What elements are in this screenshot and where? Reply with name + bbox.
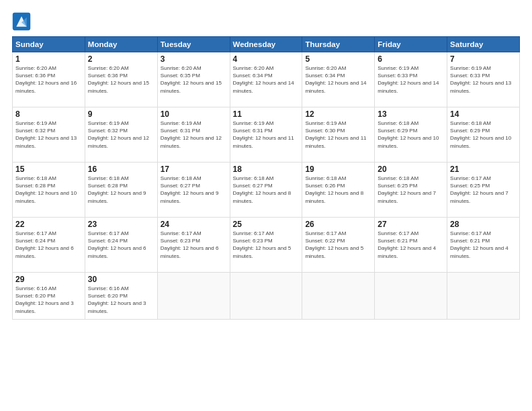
daylight-label: Daylight: 12 hours and 5 minutes.	[233, 245, 292, 259]
day-info: Sunrise: 6:19 AM Sunset: 6:30 PM Dayligh…	[305, 120, 371, 150]
sunset-label: Sunset: 6:35 PM	[161, 73, 200, 79]
calendar-header-row: Sunday Monday Tuesday Wednesday Thursday…	[13, 37, 520, 52]
day-number: 10	[161, 109, 227, 119]
day-info: Sunrise: 6:20 AM Sunset: 6:36 PM Dayligh…	[15, 64, 82, 95]
sunrise-label: Sunrise: 6:18 AM	[15, 175, 56, 181]
day-info: Sunrise: 6:18 AM Sunset: 6:27 PM Dayligh…	[161, 175, 227, 205]
day-info: Sunrise: 6:20 AM Sunset: 6:34 PM Dayligh…	[305, 64, 371, 95]
sunrise-label: Sunrise: 6:18 AM	[305, 175, 346, 181]
sunset-label: Sunset: 6:34 PM	[233, 73, 273, 79]
col-thursday: Thursday	[302, 37, 375, 52]
sunset-label: Sunset: 6:36 PM	[15, 73, 55, 79]
daylight-label: Daylight: 12 hours and 10 minutes.	[450, 135, 511, 148]
calendar-week-row: 29 Sunrise: 6:16 AM Sunset: 6:20 PM Dayl…	[13, 273, 520, 320]
day-info: Sunrise: 6:17 AM Sunset: 6:21 PM Dayligh…	[378, 230, 444, 260]
day-number: 26	[305, 220, 371, 229]
sunset-label: Sunset: 6:32 PM	[15, 128, 55, 134]
sunrise-label: Sunrise: 6:17 AM	[161, 230, 202, 236]
sunrise-label: Sunrise: 6:17 AM	[378, 230, 418, 236]
daylight-label: Daylight: 12 hours and 12 minutes.	[161, 135, 222, 148]
table-row: 16 Sunrise: 6:18 AM Sunset: 6:28 PM Dayl…	[85, 163, 157, 218]
sunrise-label: Sunrise: 6:16 AM	[88, 285, 129, 291]
sunrise-label: Sunrise: 6:17 AM	[15, 230, 56, 236]
sunrise-label: Sunrise: 6:20 AM	[161, 65, 202, 71]
col-wednesday: Wednesday	[230, 37, 302, 52]
daylight-label: Daylight: 12 hours and 8 minutes.	[233, 190, 292, 203]
table-row: 27 Sunrise: 6:17 AM Sunset: 6:21 PM Dayl…	[375, 218, 447, 273]
col-monday: Monday	[85, 37, 157, 52]
sunrise-label: Sunrise: 6:17 AM	[450, 230, 491, 236]
day-number: 21	[450, 165, 517, 174]
table-row	[375, 273, 447, 320]
sunset-label: Sunset: 6:32 PM	[88, 128, 128, 134]
table-row: 7 Sunrise: 6:19 AM Sunset: 6:33 PM Dayli…	[447, 52, 520, 107]
day-info: Sunrise: 6:17 AM Sunset: 6:22 PM Dayligh…	[305, 230, 371, 260]
sunset-label: Sunset: 6:20 PM	[15, 293, 55, 299]
day-info: Sunrise: 6:20 AM Sunset: 6:35 PM Dayligh…	[161, 64, 227, 95]
day-number: 19	[305, 165, 371, 174]
day-info: Sunrise: 6:20 AM Sunset: 6:36 PM Dayligh…	[88, 64, 154, 95]
daylight-label: Daylight: 12 hours and 14 minutes.	[233, 80, 294, 93]
table-row	[447, 273, 520, 320]
sunset-label: Sunset: 6:33 PM	[450, 73, 490, 79]
sunrise-label: Sunrise: 6:17 AM	[305, 230, 346, 236]
day-info: Sunrise: 6:17 AM Sunset: 6:25 PM Dayligh…	[450, 175, 517, 205]
day-number: 5	[305, 54, 371, 64]
table-row: 15 Sunrise: 6:18 AM Sunset: 6:28 PM Dayl…	[13, 163, 85, 218]
day-info: Sunrise: 6:17 AM Sunset: 6:23 PM Dayligh…	[233, 230, 300, 260]
sunset-label: Sunset: 6:33 PM	[378, 73, 417, 79]
day-info: Sunrise: 6:18 AM Sunset: 6:29 PM Dayligh…	[450, 120, 517, 150]
table-row: 12 Sunrise: 6:19 AM Sunset: 6:30 PM Dayl…	[302, 107, 375, 163]
table-row: 29 Sunrise: 6:16 AM Sunset: 6:20 PM Dayl…	[13, 273, 85, 320]
day-number: 12	[305, 109, 371, 119]
daylight-label: Daylight: 12 hours and 9 minutes.	[88, 190, 146, 203]
table-row: 28 Sunrise: 6:17 AM Sunset: 6:21 PM Dayl…	[447, 218, 520, 273]
day-number: 24	[161, 220, 227, 229]
daylight-label: Daylight: 12 hours and 15 minutes.	[161, 80, 222, 93]
day-number: 9	[88, 109, 154, 119]
sunrise-label: Sunrise: 6:17 AM	[233, 230, 274, 236]
day-info: Sunrise: 6:17 AM Sunset: 6:24 PM Dayligh…	[88, 230, 154, 260]
table-row: 17 Sunrise: 6:18 AM Sunset: 6:27 PM Dayl…	[157, 163, 230, 218]
sunrise-label: Sunrise: 6:18 AM	[378, 175, 418, 181]
table-row: 1 Sunrise: 6:20 AM Sunset: 6:36 PM Dayli…	[13, 52, 85, 107]
table-row	[157, 273, 230, 320]
day-number: 29	[15, 275, 82, 284]
table-row: 14 Sunrise: 6:18 AM Sunset: 6:29 PM Dayl…	[447, 107, 520, 163]
sunrise-label: Sunrise: 6:18 AM	[378, 120, 418, 126]
sunset-label: Sunset: 6:28 PM	[88, 183, 128, 189]
sunset-label: Sunset: 6:23 PM	[233, 238, 273, 244]
day-number: 25	[233, 220, 300, 229]
sunrise-label: Sunrise: 6:18 AM	[233, 175, 274, 181]
calendar-body: 1 Sunrise: 6:20 AM Sunset: 6:36 PM Dayli…	[13, 52, 520, 320]
calendar-page: Sunday Monday Tuesday Wednesday Thursday…	[0, 0, 532, 411]
table-row: 9 Sunrise: 6:19 AM Sunset: 6:32 PM Dayli…	[85, 107, 157, 163]
sunset-label: Sunset: 6:23 PM	[161, 238, 200, 244]
calendar-week-row: 8 Sunrise: 6:19 AM Sunset: 6:32 PM Dayli…	[13, 107, 520, 163]
day-number: 20	[378, 165, 444, 174]
sunset-label: Sunset: 6:24 PM	[88, 238, 128, 244]
day-number: 2	[88, 54, 154, 64]
sunrise-label: Sunrise: 6:19 AM	[88, 120, 129, 126]
day-number: 17	[161, 165, 227, 174]
daylight-label: Daylight: 12 hours and 6 minutes.	[161, 245, 219, 259]
daylight-label: Daylight: 12 hours and 4 minutes.	[450, 245, 508, 259]
sunset-label: Sunset: 6:26 PM	[305, 183, 345, 189]
table-row: 5 Sunrise: 6:20 AM Sunset: 6:34 PM Dayli…	[302, 52, 375, 107]
daylight-label: Daylight: 12 hours and 3 minutes.	[15, 300, 74, 314]
sunrise-label: Sunrise: 6:20 AM	[305, 65, 346, 71]
daylight-label: Daylight: 12 hours and 8 minutes.	[305, 190, 363, 203]
sunset-label: Sunset: 6:31 PM	[233, 128, 273, 134]
sunset-label: Sunset: 6:21 PM	[450, 238, 490, 244]
day-number: 15	[15, 165, 82, 174]
sunset-label: Sunset: 6:30 PM	[305, 128, 345, 134]
table-row: 13 Sunrise: 6:18 AM Sunset: 6:29 PM Dayl…	[375, 107, 447, 163]
day-info: Sunrise: 6:17 AM Sunset: 6:24 PM Dayligh…	[15, 230, 82, 260]
sunset-label: Sunset: 6:34 PM	[305, 73, 345, 79]
table-row: 8 Sunrise: 6:19 AM Sunset: 6:32 PM Dayli…	[13, 107, 85, 163]
sunset-label: Sunset: 6:27 PM	[161, 183, 200, 189]
daylight-label: Daylight: 12 hours and 16 minutes.	[15, 80, 77, 93]
table-row: 4 Sunrise: 6:20 AM Sunset: 6:34 PM Dayli…	[230, 52, 302, 107]
sunset-label: Sunset: 6:21 PM	[378, 238, 417, 244]
sunrise-label: Sunrise: 6:17 AM	[88, 230, 129, 236]
